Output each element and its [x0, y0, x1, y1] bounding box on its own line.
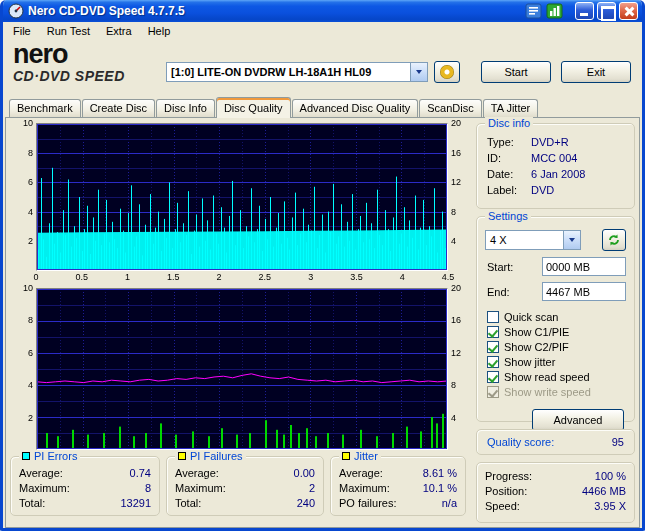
menu-extra[interactable]: Extra: [98, 24, 140, 38]
jitter-legend: Jitter: [339, 450, 381, 462]
axis-tick: 4: [28, 207, 33, 217]
titlebar-report-icon-button[interactable]: [525, 3, 543, 19]
axis-tick: 16: [451, 148, 461, 158]
menubar: File Run Test Extra Help: [3, 22, 642, 40]
tab-ta-jitter[interactable]: TA Jitter: [483, 99, 539, 117]
exit-button[interactable]: Exit: [561, 61, 631, 83]
quality-score-panel: Quality score: 95: [476, 429, 635, 455]
jitter-title: Jitter: [354, 450, 378, 462]
axis-tick: 10: [23, 118, 33, 128]
axis-tick: 6: [28, 348, 33, 358]
axis-tick: 4: [28, 380, 33, 390]
position-row: Position:4466 MB: [477, 484, 634, 499]
app-window: Nero CD-DVD Speed 4.7.7.5 File Run Test …: [0, 0, 645, 531]
axis-tick: 0: [33, 272, 38, 282]
settings-panel: Settings 4 X: [476, 216, 635, 422]
tab-disc-quality[interactable]: Disc Quality: [216, 97, 291, 118]
disc-info-panel: Disc info Type:DVD+R ID:MCC 004 Date:6 J…: [476, 123, 635, 209]
checkbox-show-c1-pie[interactable]: Show C1/PIE: [485, 324, 626, 339]
progress-label: Progress:: [485, 469, 532, 484]
chevron-down-icon[interactable]: [563, 231, 580, 249]
checkbox-show-c2-pif[interactable]: Show C2/PIF: [485, 339, 626, 354]
disc-info-label: ID:: [487, 150, 531, 166]
pi-failures-right-axis: 20161284: [448, 288, 468, 450]
x-axis: 00.511.522.533.544.5: [36, 271, 448, 284]
axis-tick: 3.5: [350, 272, 363, 282]
menu-file[interactable]: File: [5, 24, 39, 38]
advanced-button[interactable]: Advanced: [532, 409, 624, 431]
axis-tick: 20: [451, 283, 461, 293]
progress-value: 100 %: [595, 469, 626, 484]
maximize-button[interactable]: [597, 2, 616, 20]
eject-disc-button[interactable]: [434, 61, 460, 83]
axis-tick: 2: [28, 236, 33, 246]
start-button[interactable]: Start: [481, 61, 551, 83]
speed-label: Speed:: [485, 499, 520, 514]
end-input[interactable]: [542, 282, 626, 301]
axis-tick: 0.5: [76, 272, 89, 282]
checkbox-icon: [487, 371, 499, 383]
axis-tick: 12: [451, 177, 461, 187]
tab-benchmark[interactable]: Benchmark: [9, 99, 81, 117]
stat-value: 0.00: [294, 466, 315, 481]
position-value: 4466 MB: [582, 484, 626, 499]
chevron-down-icon[interactable]: [410, 63, 427, 81]
quality-score-label: Quality score:: [487, 436, 554, 448]
stat-row: Total:240: [167, 496, 323, 511]
stat-row: Average:0.74: [11, 466, 159, 481]
titlebar-chart-icon-button[interactable]: [546, 3, 564, 19]
disc-icon: [440, 65, 454, 79]
jitter-swatch-icon: [342, 452, 350, 460]
stat-label: Maximum:: [175, 481, 226, 496]
disc-info-value: 6 Jan 2008: [531, 166, 624, 182]
speed-select[interactable]: 4 X: [485, 230, 581, 250]
stat-label: Total:: [175, 496, 201, 511]
disc-info-label: Label:: [487, 182, 531, 198]
checkbox-show-read-speed[interactable]: Show read speed: [485, 369, 626, 384]
app-icon: [7, 3, 25, 19]
axis-tick: 2.5: [259, 272, 272, 282]
disc-quality-page: 108642 20161284 00.511.522.533.544.5 108…: [5, 117, 640, 528]
pi-errors-swatch-icon: [22, 452, 30, 460]
axis-tick: 2: [217, 272, 222, 282]
stat-label: Total:: [19, 496, 45, 511]
pi-errors-left-axis: 108642: [10, 123, 36, 271]
axis-tick: 8: [451, 380, 456, 390]
minimize-button[interactable]: [575, 2, 594, 20]
stat-row: Total:13291: [11, 496, 159, 511]
checkbox-show-jitter[interactable]: Show jitter: [485, 354, 626, 369]
charts-column: 108642 20161284 00.511.522.533.544.5 108…: [10, 123, 470, 523]
disc-info-value: DVD: [531, 182, 624, 198]
pi-failures-left-axis: 108642: [10, 288, 36, 450]
start-input[interactable]: [542, 257, 626, 276]
checkbox-icon: [487, 356, 499, 368]
axis-tick: 1: [125, 272, 130, 282]
tab-advanced-disc-quality[interactable]: Advanced Disc Quality: [292, 99, 419, 117]
stat-value: n/a: [442, 496, 457, 511]
quality-score-value: 95: [612, 436, 624, 448]
disc-info-row: ID:MCC 004: [477, 150, 634, 166]
axis-tick: 20: [451, 118, 461, 128]
checkbox-quick-scan[interactable]: Quick scan: [485, 309, 626, 324]
drive-select[interactable]: [1:0] LITE-ON DVDRW LH-18A1H HL09: [166, 62, 428, 82]
stat-value: 240: [297, 496, 315, 511]
tab-scandisc[interactable]: ScanDisc: [419, 99, 481, 117]
stats-row: PI Errors Average:0.74 Maximum:8 Total:1…: [10, 456, 470, 516]
header: nero CD·DVD SPEED [1:0] LITE-ON DVDRW LH…: [3, 40, 642, 96]
start-field-row: Start:: [485, 257, 626, 276]
axis-tick: 4: [451, 413, 456, 423]
close-button[interactable]: [619, 2, 638, 20]
progress-row: Progress:100 %: [477, 469, 634, 484]
axis-tick: 4: [451, 236, 456, 246]
menu-run-test[interactable]: Run Test: [39, 24, 98, 38]
speed-select-value: 4 X: [486, 234, 563, 246]
pi-failures-jitter-chart: [37, 289, 447, 449]
axis-tick: 2: [28, 413, 33, 423]
tab-create-disc[interactable]: Create Disc: [82, 99, 155, 117]
stat-label: Maximum:: [339, 481, 390, 496]
refresh-speed-button[interactable]: [602, 229, 626, 251]
tab-disc-info[interactable]: Disc Info: [156, 99, 215, 117]
checkbox-label: Show read speed: [504, 371, 590, 383]
menu-help[interactable]: Help: [140, 24, 179, 38]
axis-tick: 16: [451, 315, 461, 325]
